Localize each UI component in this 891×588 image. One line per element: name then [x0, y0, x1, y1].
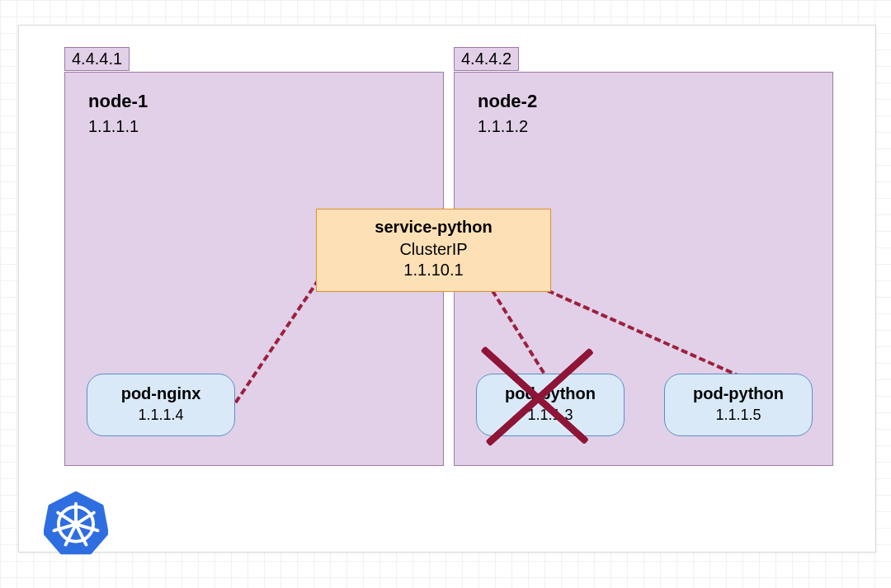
service-ip: 1.1.10.1 — [333, 261, 534, 280]
node-2-external-ip-tag: 4.4.4.2 — [454, 47, 519, 71]
service-name: service-python — [333, 218, 534, 237]
pod-nginx-name: pod-nginx — [94, 384, 228, 403]
diagram-canvas: 4.4.4.1 node-1 1.1.1.1 pod-nginx 1.1.1.4… — [18, 25, 876, 553]
node-2-name: node-2 — [478, 91, 537, 112]
node-1-name: node-1 — [88, 91, 148, 112]
node-1-internal-ip: 1.1.1.1 — [88, 117, 148, 136]
node-2-internal-ip: 1.1.1.2 — [478, 117, 537, 136]
pod-nginx-ip: 1.1.1.4 — [94, 407, 228, 424]
pod-nginx-box: pod-nginx 1.1.1.4 — [87, 374, 235, 436]
node-1-external-ip: 4.4.4.1 — [72, 49, 122, 68]
pod-python-2-ip: 1.1.1.5 — [672, 407, 805, 424]
kubernetes-icon — [44, 491, 108, 555]
service-type: ClusterIP — [333, 240, 534, 259]
service-box: service-python ClusterIP 1.1.10.1 — [316, 209, 551, 292]
pod-python-2-box: pod-python 1.1.1.5 — [664, 374, 813, 436]
node-1-external-ip-tag: 4.4.4.1 — [64, 47, 130, 71]
node-2-external-ip: 4.4.4.2 — [461, 49, 512, 68]
pod-python-2-name: pod-python — [672, 384, 805, 403]
